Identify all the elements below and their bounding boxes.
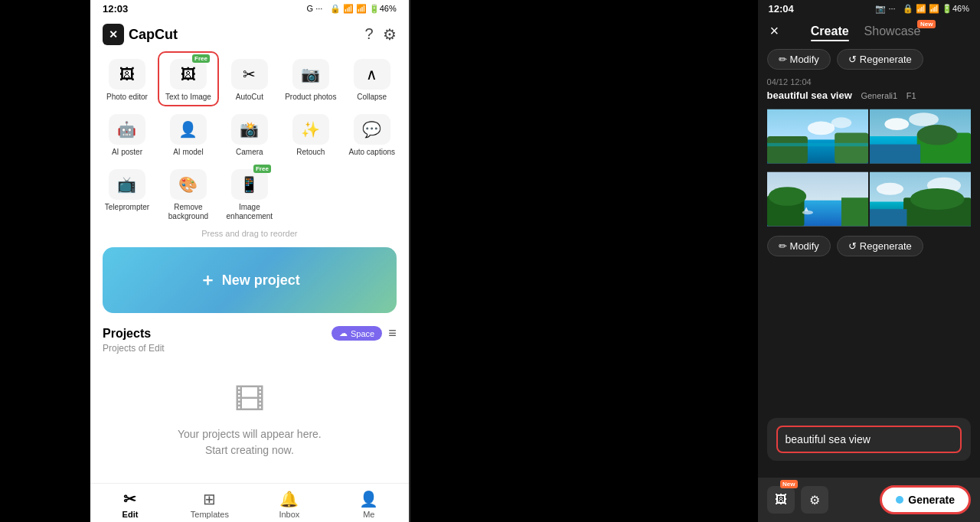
svg-rect-6: [767, 143, 868, 146]
regenerate-button[interactable]: ↺ Regenerate: [837, 49, 923, 70]
svg-point-10: [909, 113, 939, 126]
teleprompter-label: Teleprompter: [105, 203, 149, 212]
bottom-bar: 🖼 New ⚙ Generate: [758, 478, 980, 522]
black-left-panel: [0, 0, 90, 522]
capcut-logo-icon: ✕: [103, 24, 124, 45]
camera-label: Camera: [236, 148, 263, 157]
nav-me[interactable]: 👤 Me: [329, 490, 409, 519]
edit-nav-label: Edit: [122, 510, 139, 519]
tab-create[interactable]: Create: [811, 24, 849, 38]
tool-remove-bg[interactable]: 🎨 Remove background: [158, 161, 219, 226]
image-4[interactable]: [870, 168, 971, 230]
capcut-logo-text: CapCut: [129, 27, 178, 43]
capcut-logo: ✕ CapCut: [103, 24, 178, 45]
remove-bg-label: Remove background: [161, 203, 216, 221]
regenerate-icon: ↺: [848, 54, 857, 65]
regenerate-button-2[interactable]: ↺ Regenerate: [837, 236, 923, 256]
tool-product-photos[interactable]: 📷 Product photos: [280, 51, 341, 106]
new-project-button[interactable]: ＋ New project: [103, 247, 397, 313]
ai-poster-icon-wrap: 🤖: [109, 114, 145, 145]
tool-image-enhance[interactable]: Free 📱 Image enhancement: [219, 161, 280, 226]
image-2[interactable]: [870, 106, 971, 167]
projects-title: Projects: [103, 327, 151, 341]
tool-ai-poster[interactable]: 🤖 AI poster: [96, 106, 158, 161]
modify-button[interactable]: ✏ Modify: [767, 49, 831, 70]
tab-showcase[interactable]: Showcase New: [864, 24, 921, 38]
tool-autocut[interactable]: ✂ AutoCut: [219, 51, 280, 106]
nav-templates[interactable]: ⊞ Templates: [170, 490, 250, 519]
settings-tool-button[interactable]: ⚙: [801, 486, 828, 514]
tool-photo-editor[interactable]: 🖼 Photo editor: [96, 51, 158, 106]
edit-nav-icon: ✂: [123, 490, 136, 508]
right-status-bar: 12:04 📷 ··· 🔒 📶 📶 🔋46%: [758, 0, 980, 18]
tool-auto-captions[interactable]: 💬 Auto captions: [341, 106, 403, 161]
svg-rect-13: [870, 145, 920, 164]
retouch-icon-wrap: ✨: [292, 114, 329, 145]
help-icon[interactable]: ?: [365, 25, 374, 44]
space-badge[interactable]: ☁ Space: [332, 326, 382, 341]
svg-point-2: [807, 122, 834, 135]
remove-bg-icon-wrap: 🎨: [170, 169, 207, 200]
header-icons: ? ⚙: [365, 25, 397, 44]
tool-ai-model[interactable]: 👤 AI model: [158, 106, 219, 161]
image-tool-button[interactable]: 🖼 New: [767, 486, 795, 514]
image-tool-icon: 🖼: [775, 493, 787, 507]
svg-point-12: [916, 125, 957, 145]
image-3[interactable]: [767, 168, 868, 230]
sort-icon[interactable]: ≡: [388, 325, 397, 341]
right-status-icons: 📷 ··· 🔒 📶 📶 🔋46%: [875, 4, 969, 14]
modify-label-2: Modify: [790, 240, 819, 252]
modify-button-2[interactable]: ✏ Modify: [767, 236, 831, 256]
ai-poster-label: AI poster: [112, 148, 142, 157]
settings-icon[interactable]: ⚙: [383, 25, 397, 44]
black-middle-panel: [410, 0, 758, 522]
modify-icon-2: ✏: [779, 240, 787, 252]
projects-header: Projects ☁ Space ≡: [103, 325, 397, 341]
image-enhance-free-badge: Free: [253, 165, 271, 173]
free-badge: Free: [192, 54, 210, 63]
left-phone: 12:03 G ··· 🔒 📶 📶 🔋46% ✕ CapCut ? ⚙ 🖼 Ph…: [90, 0, 410, 522]
drag-hint: Press and drag to reorder: [90, 226, 409, 241]
bottom-actions: ✏ Modify ↺ Regenerate: [758, 230, 980, 263]
close-button[interactable]: ×: [770, 22, 779, 40]
modify-label: Modify: [790, 54, 819, 65]
prompt-query: beautiful sea view: [767, 90, 852, 101]
prompt-tag1: Generali1: [861, 91, 897, 100]
regenerate-label: Regenerate: [860, 54, 912, 65]
image-enhance-label: Image enhancement: [222, 203, 277, 221]
templates-nav-icon: ⊞: [203, 490, 216, 508]
regenerate-label-2: Regenerate: [860, 240, 912, 252]
plus-icon: ＋: [199, 269, 216, 292]
nav-edit[interactable]: ✂ Edit: [90, 490, 170, 519]
image-tool-new-badge: New: [780, 480, 797, 488]
showcase-new-badge: New: [917, 20, 936, 28]
text-to-image-label: Text to Image: [165, 93, 211, 102]
svg-point-9: [884, 118, 909, 130]
empty-text: Your projects will appear here.Start cre…: [178, 426, 322, 458]
photo-editor-icon-wrap: 🖼: [109, 59, 145, 90]
tool-text-to-image[interactable]: Free 🖼 Text to Image: [158, 51, 219, 106]
top-actions: ✏ Modify ↺ Regenerate: [758, 44, 980, 74]
retouch-label: Retouch: [296, 148, 325, 157]
tool-retouch[interactable]: ✨ Retouch: [280, 106, 341, 161]
svg-point-3: [831, 117, 851, 128]
prompt-tag2: F1: [906, 91, 916, 100]
nav-inbox[interactable]: 🔔 Inbox: [250, 490, 329, 519]
tool-teleprompter[interactable]: 📺 Teleprompter: [96, 161, 158, 226]
prompt-input-display[interactable]: beautiful sea view: [776, 426, 962, 453]
image-1[interactable]: [767, 106, 868, 167]
svg-rect-4: [767, 136, 808, 163]
svg-rect-5: [835, 133, 868, 164]
photo-editor-label: Photo editor: [106, 93, 148, 102]
tool-camera[interactable]: 📸 Camera: [219, 106, 280, 161]
tool-collapse[interactable]: ∧ Collapse: [341, 51, 403, 106]
auto-captions-label: Auto captions: [348, 148, 395, 157]
right-phone: 12:04 📷 ··· 🔒 📶 📶 🔋46% × Create Showcase…: [758, 0, 980, 522]
svg-point-17: [768, 187, 805, 206]
svg-rect-18: [841, 197, 868, 226]
product-photos-label: Product photos: [285, 93, 336, 102]
generate-button[interactable]: Generate: [880, 485, 971, 514]
app-header: ✕ CapCut ? ⚙: [90, 18, 409, 51]
prompt-text: beautiful sea view Generali1 F1: [758, 90, 980, 106]
projects-section: Projects ☁ Space ≡ Projects of Edit 🎞 Yo…: [90, 319, 409, 488]
